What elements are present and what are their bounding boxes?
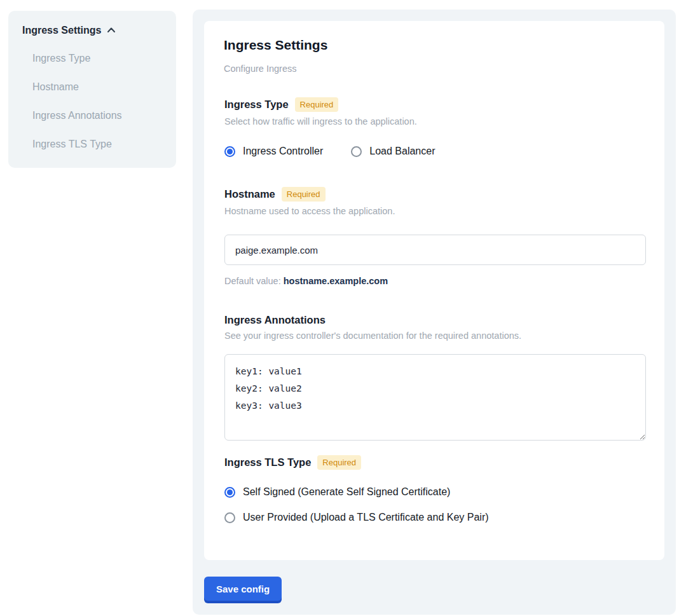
default-value-label: Default value: <box>224 276 281 286</box>
sidebar-item-ingress-annotations[interactable]: Ingress Annotations <box>22 110 163 121</box>
save-config-button[interactable]: Save config <box>204 577 282 601</box>
hostname-input[interactable] <box>224 235 646 265</box>
required-badge: Required <box>282 187 326 202</box>
radio-icon[interactable] <box>224 487 235 498</box>
chevron-up-icon <box>107 25 116 36</box>
sidebar-section-title: Ingress Settings <box>22 25 101 36</box>
sidebar-item-ingress-type[interactable]: Ingress Type <box>22 53 163 64</box>
ingress-type-radio-group: Ingress Controller Load Balancer <box>224 146 645 157</box>
radio-option-ingress-controller[interactable]: Ingress Controller <box>224 146 323 157</box>
radio-icon[interactable] <box>224 146 235 157</box>
page-title: Ingress Settings <box>224 38 645 53</box>
ingress-type-help: Select how traffic will ingress to the a… <box>224 116 645 127</box>
radio-option-load-balancer[interactable]: Load Balancer <box>351 146 435 157</box>
radio-icon[interactable] <box>224 512 235 523</box>
page-subtitle: Configure Ingress <box>224 64 645 74</box>
ingress-type-section: Ingress Type Required Select how traffic… <box>224 97 645 157</box>
hostname-help: Hostname used to access the application. <box>224 206 645 216</box>
settings-sidebar: Ingress Settings Ingress Type Hostname I… <box>8 11 176 168</box>
sidebar-item-ingress-tls-type[interactable]: Ingress TLS Type <box>22 139 163 150</box>
hostname-section: Hostname Required Hostname used to acces… <box>224 187 645 286</box>
settings-main-panel: Ingress Settings Configure Ingress Ingre… <box>193 10 676 615</box>
sidebar-item-hostname[interactable]: Hostname <box>22 81 163 93</box>
default-value-text: hostname.example.com <box>284 276 388 286</box>
radio-option-user-provided[interactable]: User Provided (Upload a TLS Certificate … <box>224 512 645 523</box>
ingress-settings-card: Ingress Settings Configure Ingress Ingre… <box>204 21 664 560</box>
hostname-default-line: Default value: hostname.example.com <box>224 276 645 286</box>
ingress-annotations-label: Ingress Annotations <box>224 314 326 326</box>
sidebar-section-toggle[interactable]: Ingress Settings <box>22 25 163 36</box>
hostname-label: Hostname <box>224 188 275 200</box>
radio-option-self-signed[interactable]: Self Signed (Generate Self Signed Certif… <box>224 486 645 498</box>
ingress-tls-radio-group: Self Signed (Generate Self Signed Certif… <box>224 486 645 523</box>
ingress-tls-type-section: Ingress TLS Type Required Self Signed (G… <box>224 455 645 523</box>
radio-icon[interactable] <box>351 146 362 157</box>
sidebar-item-list: Ingress Type Hostname Ingress Annotation… <box>22 53 163 150</box>
ingress-tls-type-label: Ingress TLS Type <box>224 456 311 469</box>
radio-label: Load Balancer <box>369 146 435 157</box>
ingress-annotations-section: Ingress Annotations See your ingress con… <box>224 314 645 441</box>
required-badge: Required <box>295 97 339 112</box>
ingress-annotations-textarea[interactable]: key1: value1 key2: value2 key3: value3 <box>224 354 646 441</box>
required-badge: Required <box>317 455 361 470</box>
ingress-annotations-help: See your ingress controller's documentat… <box>224 331 645 341</box>
radio-label: Self Signed (Generate Self Signed Certif… <box>243 486 450 498</box>
radio-label: User Provided (Upload a TLS Certificate … <box>243 512 489 523</box>
ingress-type-label: Ingress Type <box>224 99 289 111</box>
radio-label: Ingress Controller <box>243 146 323 157</box>
